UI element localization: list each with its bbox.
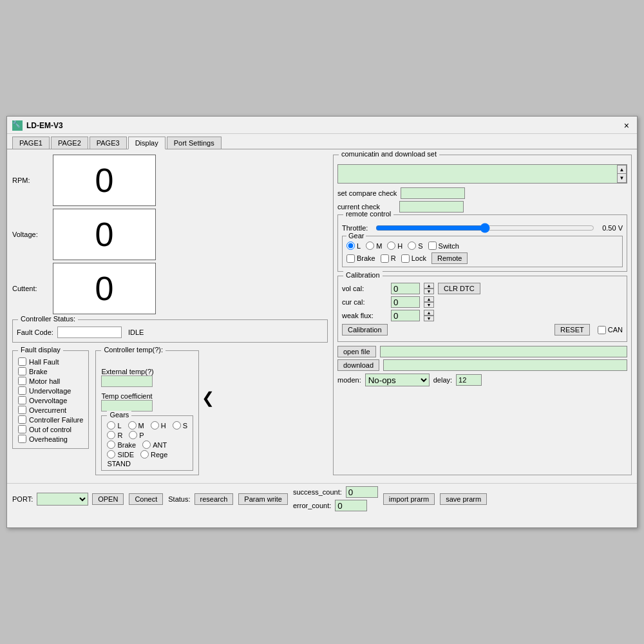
throttle-slider[interactable] bbox=[375, 223, 594, 233]
vol-cal-input[interactable] bbox=[391, 283, 420, 294]
moden-select[interactable]: No-ops bbox=[365, 374, 430, 386]
rc-gear-m[interactable]: M bbox=[366, 242, 382, 250]
title-bar: 🔧 LD-EM-V3 × bbox=[7, 117, 637, 134]
weak-flux-row: weak flux: ▲ ▼ bbox=[342, 310, 623, 321]
brake-check[interactable] bbox=[18, 367, 26, 375]
arrow-indicator: ❮ bbox=[202, 350, 214, 407]
gear-side-radio[interactable]: SIDE bbox=[107, 450, 134, 459]
tab-page2[interactable]: PAGE2 bbox=[51, 137, 88, 149]
error-input[interactable] bbox=[335, 500, 367, 511]
rc-r-check[interactable]: R bbox=[381, 254, 396, 263]
fault-out-of-control: Out of control bbox=[18, 425, 83, 433]
rc-gear-s[interactable]: S bbox=[408, 242, 422, 250]
gear-rege-radio[interactable]: Rege bbox=[140, 450, 167, 459]
rc-brake-check[interactable]: Brake bbox=[346, 254, 375, 263]
download-section: open file download moden: No-ops delay: bbox=[337, 346, 627, 386]
vol-cal-row: vol cal: ▲ ▼ CLR DTC bbox=[342, 283, 623, 294]
import-prarm-button[interactable]: import prarm bbox=[383, 493, 435, 505]
current-check-input[interactable] bbox=[399, 201, 464, 213]
throttle-row: Throttle: 0.50 V bbox=[342, 223, 623, 233]
hall-fault-check[interactable] bbox=[18, 357, 26, 366]
fault-code-input[interactable] bbox=[57, 327, 122, 338]
fault-overheating: Overheating bbox=[18, 435, 83, 443]
download-input[interactable] bbox=[383, 359, 627, 371]
overvoltage-check[interactable] bbox=[18, 396, 26, 404]
close-button[interactable]: × bbox=[621, 120, 632, 131]
can-check[interactable]: CAN bbox=[598, 326, 623, 334]
cur-cal-down[interactable]: ▼ bbox=[424, 302, 434, 308]
gear-p-radio[interactable]: P bbox=[129, 431, 144, 439]
fault-overvoltage: Overvoltage bbox=[18, 396, 83, 404]
tab-page1[interactable]: PAGE1 bbox=[12, 137, 50, 149]
param-write-button[interactable]: Param write bbox=[238, 493, 288, 505]
gear-h-radio[interactable]: H bbox=[151, 421, 166, 430]
open-button[interactable]: OPEN bbox=[92, 493, 124, 505]
success-input[interactable] bbox=[346, 486, 378, 498]
port-select[interactable] bbox=[37, 493, 88, 506]
cur-cal-up[interactable]: ▲ bbox=[424, 296, 434, 302]
clr-dtc-button[interactable]: CLR DTC bbox=[438, 283, 480, 294]
tab-display[interactable]: Display bbox=[128, 137, 166, 149]
gear-ant-radio[interactable]: ANT bbox=[142, 440, 167, 449]
comm-scroll-area[interactable]: ▲ ▼ bbox=[337, 164, 627, 184]
motor-hall-check[interactable] bbox=[18, 377, 26, 385]
out-of-control-check[interactable] bbox=[18, 425, 26, 433]
open-file-input[interactable] bbox=[380, 346, 627, 357]
connect-button[interactable]: Conect bbox=[129, 493, 163, 505]
rc-lock-check[interactable]: Lock bbox=[401, 254, 426, 263]
tab-page3[interactable]: PAGE3 bbox=[90, 137, 127, 149]
temp-coeff-input[interactable] bbox=[101, 400, 153, 412]
controller-failure-check[interactable] bbox=[18, 415, 26, 424]
save-prarm-button[interactable]: save prarm bbox=[440, 493, 487, 505]
download-button[interactable]: download bbox=[337, 359, 379, 371]
set-compare-row: set compare check bbox=[337, 187, 627, 199]
fault-overcurrent: Overcurrent bbox=[18, 406, 83, 414]
current-row: Cuttent: 0 bbox=[12, 263, 328, 314]
rc-gear-h[interactable]: H bbox=[387, 242, 402, 250]
rc-gear-l[interactable]: L bbox=[346, 242, 361, 250]
bottom-bar: PORT: OPEN Conect Status: research Param… bbox=[7, 483, 637, 514]
tab-port-settings[interactable]: Port Settings bbox=[167, 137, 222, 149]
calibration-group: Calibration vol cal: ▲ ▼ CLR DTC cur cal… bbox=[337, 276, 627, 342]
delay-input[interactable] bbox=[456, 374, 482, 386]
weak-flux-up[interactable]: ▲ bbox=[424, 310, 434, 316]
gear-m-radio[interactable]: M bbox=[128, 421, 144, 430]
tab-bar: PAGE1 PAGE2 PAGE3 Display Port Settings bbox=[7, 134, 637, 149]
reset-button[interactable]: RESET bbox=[554, 324, 590, 336]
fault-display-group: Fault display Hall Fault Brake bbox=[12, 350, 89, 449]
gear-r-radio[interactable]: R bbox=[107, 431, 122, 439]
weak-flux-down[interactable]: ▼ bbox=[424, 316, 434, 321]
lock-label: Lock bbox=[412, 254, 426, 262]
overcurrent-check[interactable] bbox=[18, 406, 26, 414]
switch-label: Switch bbox=[439, 242, 459, 250]
fault-code-label: Fault Code: bbox=[17, 328, 53, 336]
vol-cal-spinner[interactable]: ▲ ▼ bbox=[424, 283, 434, 294]
voltage-display: 0 bbox=[53, 209, 156, 260]
undervoltage-check[interactable] bbox=[18, 386, 26, 395]
set-compare-input[interactable] bbox=[401, 187, 465, 199]
right-panel: comunicatin and download set ▲ ▼ set com… bbox=[333, 155, 632, 475]
open-file-row: open file bbox=[337, 346, 627, 357]
research-button[interactable]: research bbox=[194, 493, 234, 505]
weak-flux-spinner[interactable]: ▲ ▼ bbox=[424, 310, 434, 321]
overheating-check[interactable] bbox=[18, 435, 26, 443]
gear-brake-radio[interactable]: Brake bbox=[107, 440, 136, 449]
rc-switch-check[interactable]: Switch bbox=[428, 242, 459, 250]
voltage-label: Voltage: bbox=[12, 231, 48, 238]
success-label: success_count: bbox=[293, 488, 342, 496]
vol-cal-up[interactable]: ▲ bbox=[424, 283, 434, 289]
external-temp-input[interactable] bbox=[101, 375, 153, 387]
vol-cal-down[interactable]: ▼ bbox=[424, 289, 434, 294]
controller-status-group: Controller Status: Fault Code: IDLE bbox=[12, 319, 328, 343]
calibration-button[interactable]: Calibration bbox=[342, 324, 388, 336]
weak-flux-input[interactable] bbox=[391, 310, 420, 321]
gear-l-radio[interactable]: L bbox=[107, 421, 121, 430]
open-file-button[interactable]: open file bbox=[337, 346, 376, 357]
cur-cal-input[interactable] bbox=[391, 296, 420, 308]
r-label: R bbox=[391, 254, 396, 262]
scroll-down-btn[interactable]: ▼ bbox=[617, 173, 627, 183]
cur-cal-spinner[interactable]: ▲ ▼ bbox=[424, 296, 434, 308]
gear-subgroup-title: Gear bbox=[346, 232, 366, 240]
remote-button[interactable]: Remote bbox=[431, 252, 468, 264]
gear-s-radio[interactable]: S bbox=[173, 421, 187, 430]
